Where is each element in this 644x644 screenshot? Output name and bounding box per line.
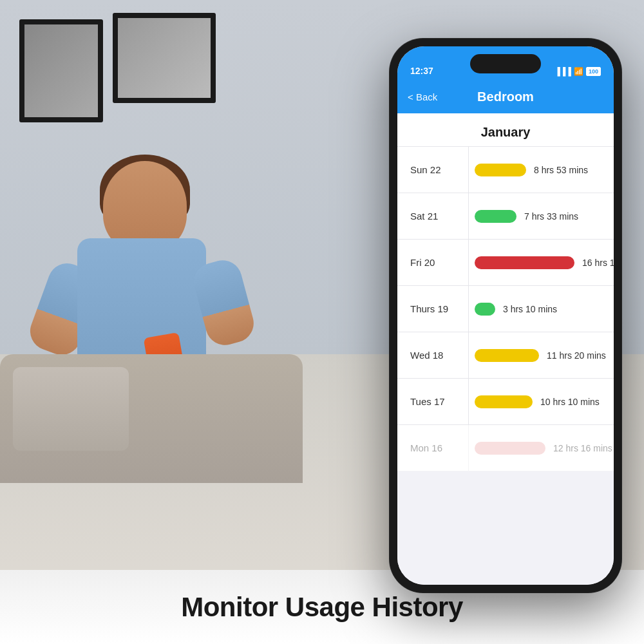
phone-screen: 12:37 ▐▐▐ 📶 100 < Back Bedroom January S… — [397, 46, 614, 585]
duration-text: 8 hrs 53 mins — [534, 165, 588, 175]
person-area — [0, 97, 303, 547]
usage-bar — [475, 349, 539, 362]
day-label: Wed 18 — [410, 350, 462, 361]
duration-text: 12 hrs 16 mins — [553, 443, 612, 453]
day-label: Sun 22 — [410, 164, 462, 175]
usage-bar — [475, 395, 533, 408]
bar-area: 7 hrs 33 mins — [462, 210, 601, 223]
phone-outer: 12:37 ▐▐▐ 📶 100 < Back Bedroom January S… — [390, 39, 621, 592]
day-label: Fri 20 — [410, 257, 462, 268]
duration-text: 10 hrs 10 mins — [540, 397, 600, 407]
wifi-icon: 📶 — [574, 67, 583, 76]
usage-row: Sat 21 7 hrs 33 mins — [397, 193, 614, 240]
bar-area: 11 hrs 20 mins — [462, 349, 606, 362]
usage-list: Sun 22 8 hrs 53 mins Sat 21 7 hrs 33 min… — [397, 147, 614, 471]
picture-frame-2 — [113, 13, 216, 103]
usage-row: Wed 18 11 hrs 20 mins — [397, 332, 614, 379]
nav-title: Bedroom — [477, 90, 534, 104]
dynamic-island — [470, 54, 541, 73]
bar-area: 16 hrs 10 mins — [462, 256, 614, 269]
couch — [0, 354, 303, 483]
bar-area: 10 hrs 10 mins — [462, 395, 601, 408]
bar-area: 3 hrs 10 mins — [462, 303, 601, 316]
usage-bar — [475, 442, 545, 455]
duration-text: 3 hrs 10 mins — [503, 304, 557, 314]
usage-row: Sun 22 8 hrs 53 mins — [397, 147, 614, 193]
usage-bar — [475, 303, 495, 316]
person-head — [103, 161, 187, 251]
status-icons: ▐▐▐ 📶 100 — [554, 67, 601, 76]
usage-row: Fri 20 16 hrs 10 mins — [397, 240, 614, 286]
duration-text: 16 hrs 10 mins — [582, 258, 614, 268]
bar-area: 8 hrs 53 mins — [462, 164, 601, 176]
nav-bar: < Back Bedroom — [397, 80, 614, 113]
usage-row: Tues 17 10 hrs 10 mins — [397, 379, 614, 425]
status-time: 12:37 — [410, 66, 433, 76]
couch-cushion — [13, 367, 129, 451]
duration-text: 7 hrs 33 mins — [524, 211, 578, 222]
headline-text: Monitor Usage History — [181, 592, 463, 623]
month-header: January — [397, 113, 614, 147]
day-label: Sat 21 — [410, 211, 462, 222]
bar-area: 12 hrs 16 mins — [462, 442, 612, 455]
day-label: Thurs 19 — [410, 303, 462, 314]
duration-text: 11 hrs 20 mins — [547, 350, 606, 361]
usage-bar — [475, 210, 516, 223]
back-button[interactable]: < Back — [408, 91, 437, 102]
phone-wrapper: 12:37 ▐▐▐ 📶 100 < Back Bedroom January S… — [390, 39, 621, 592]
usage-row: Mon 16 12 hrs 16 mins — [397, 425, 614, 471]
usage-bar — [475, 256, 574, 269]
usage-row: Thurs 19 3 hrs 10 mins — [397, 286, 614, 332]
day-label: Mon 16 — [410, 442, 462, 453]
signal-icon: ▐▐▐ — [554, 67, 571, 76]
day-label: Tues 17 — [410, 396, 462, 407]
battery-icon: 100 — [586, 67, 601, 76]
usage-bar — [475, 164, 526, 176]
screen-content: January Sun 22 8 hrs 53 mins Sat 21 7 hr… — [397, 113, 614, 585]
